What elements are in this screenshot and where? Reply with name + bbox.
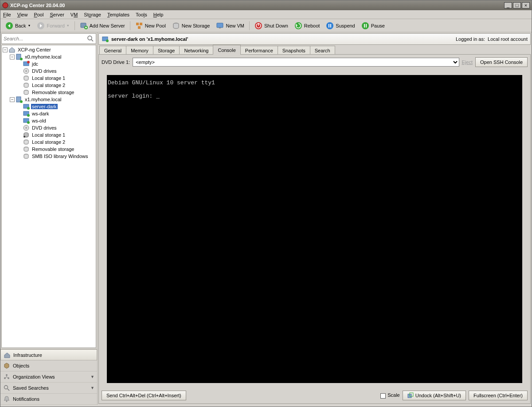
menu-templates[interactable]: Templates xyxy=(107,12,129,17)
chevron-down-icon: ▼ xyxy=(90,386,94,390)
new-pool-button[interactable]: New Pool xyxy=(132,20,169,31)
nav-label: Objects xyxy=(13,363,29,368)
nav-notifications[interactable]: Notifications xyxy=(0,394,97,405)
disk-default-icon xyxy=(23,131,30,138)
new-storage-button[interactable]: New Storage xyxy=(169,20,213,31)
svg-rect-13 xyxy=(258,23,259,26)
add-server-button[interactable]: Add New Server xyxy=(77,20,128,31)
separator xyxy=(249,21,250,30)
tab-search[interactable]: Search xyxy=(310,46,335,55)
new-pool-icon xyxy=(135,22,143,30)
tree-storage[interactable]: Local storage 2 xyxy=(2,82,96,89)
separator xyxy=(130,21,130,30)
tree-storage[interactable]: Local storage 1 xyxy=(2,131,96,138)
tab-snapshots[interactable]: Snapshots xyxy=(278,46,310,55)
tree-label: ws-old xyxy=(31,118,47,123)
expander-icon[interactable]: − xyxy=(10,97,15,102)
menu-server[interactable]: Server xyxy=(50,12,64,17)
search-icon[interactable] xyxy=(87,35,94,42)
menu-file[interactable]: File xyxy=(3,12,11,17)
search-input[interactable] xyxy=(4,36,87,41)
scale-checkbox[interactable]: Scale xyxy=(380,392,400,398)
menu-help[interactable]: Help xyxy=(153,12,164,17)
undock-button[interactable]: Undock (Alt+Shift+U) xyxy=(403,391,466,400)
vm-running-icon xyxy=(23,110,30,117)
tab-performance[interactable]: Performance xyxy=(240,46,278,55)
menu-pool[interactable]: Pool xyxy=(34,12,43,17)
menubar: File View Pool Server VM Storage Templat… xyxy=(0,10,532,19)
close-button[interactable]: × xyxy=(522,2,530,8)
search-bar[interactable] xyxy=(1,33,96,44)
tree-label: DVD drives xyxy=(31,125,58,130)
tree-storage[interactable]: Removable storage xyxy=(2,89,96,96)
vm-running-icon xyxy=(102,36,109,43)
nav-org-views[interactable]: Organization Views ▼ xyxy=(0,371,97,383)
new-vm-button[interactable]: New VM xyxy=(213,20,247,31)
server-icon xyxy=(16,53,23,60)
tree-vm[interactable]: ws-old xyxy=(2,117,96,124)
disk-icon xyxy=(23,75,30,82)
fullscreen-button[interactable]: Fullscreen (Ctrl+Enter) xyxy=(469,391,528,400)
menu-tools[interactable]: Tools xyxy=(136,12,147,17)
menu-view[interactable]: View xyxy=(17,12,28,17)
dvd-icon xyxy=(23,67,30,75)
tree-storage[interactable]: DVD drives xyxy=(2,67,96,75)
svg-rect-19 xyxy=(364,24,365,28)
shutdown-icon xyxy=(254,22,262,30)
tree-storage[interactable]: Removable storage xyxy=(2,146,96,153)
tree-root[interactable]: − XCP-ng Center xyxy=(2,46,96,53)
reboot-button[interactable]: Reboot xyxy=(291,20,323,31)
window-title: XCP-ng Center 20.04.00 xyxy=(10,3,503,8)
tree-host[interactable]: − x0.myhome.local xyxy=(2,53,96,60)
tab-storage[interactable]: Storage xyxy=(153,46,180,55)
dvd-select[interactable]: <empty> xyxy=(133,58,459,67)
back-button[interactable]: Back ▼ xyxy=(2,20,34,31)
nav-saved-searches[interactable]: Saved Searches ▼ xyxy=(0,383,97,394)
shutdown-button[interactable]: Shut Down xyxy=(251,20,291,31)
maximize-button[interactable]: □ xyxy=(513,2,521,8)
add-server-label: Add New Server xyxy=(90,23,125,28)
menu-storage[interactable]: Storage xyxy=(84,12,101,17)
nav-label: Organization Views xyxy=(13,374,55,379)
pause-button[interactable]: Pause xyxy=(358,20,388,31)
forward-button[interactable]: Forward ▼ xyxy=(34,20,72,31)
tree[interactable]: − XCP-ng Center − x0.myhome.local jdc DV… xyxy=(1,45,96,348)
left-pane: − XCP-ng Center − x0.myhome.local jdc DV… xyxy=(0,32,98,405)
tree-host[interactable]: − x1.myhome.local xyxy=(2,96,96,103)
tree-storage[interactable]: Local storage 2 xyxy=(2,138,96,146)
vm-running-icon xyxy=(23,117,30,124)
svg-point-47 xyxy=(6,374,8,376)
tree-storage[interactable]: DVD drives xyxy=(2,124,96,131)
svg-rect-16 xyxy=(329,24,329,28)
tree-label: Local storage 1 xyxy=(31,132,66,138)
tab-networking[interactable]: Networking xyxy=(179,46,213,55)
pause-label: Pause xyxy=(371,23,385,28)
nav-objects[interactable]: Objects xyxy=(0,360,97,371)
svg-point-50 xyxy=(4,386,8,389)
checkbox-icon[interactable] xyxy=(380,393,386,399)
svg-rect-17 xyxy=(330,24,331,28)
console-screen[interactable]: Debian GNU/Linux 10 server tty1 server l… xyxy=(107,75,522,383)
minimize-button[interactable]: _ xyxy=(504,2,512,8)
svg-rect-9 xyxy=(217,23,223,28)
tree-vm[interactable]: ws-dark xyxy=(2,110,96,117)
tab-memory[interactable]: Memory xyxy=(126,46,153,55)
nav-infrastructure[interactable]: Infrastructure xyxy=(0,349,97,360)
svg-rect-5 xyxy=(136,23,139,25)
tree-vm[interactable]: jdc xyxy=(2,60,96,67)
suspend-button[interactable]: Suspend xyxy=(323,20,358,31)
disk-icon xyxy=(23,146,30,153)
suspend-icon xyxy=(326,22,334,30)
login-user: Local root account xyxy=(488,36,528,42)
tree-storage[interactable]: SMB ISO library Windows xyxy=(2,153,96,160)
tab-console[interactable]: Console xyxy=(213,45,240,55)
send-cad-button[interactable]: Send Ctrl+Alt+Del (Ctrl+Alt+Insert) xyxy=(102,391,186,400)
expander-icon[interactable]: − xyxy=(3,47,8,52)
tree-storage[interactable]: Local storage 1 xyxy=(2,75,96,82)
expander-icon[interactable]: − xyxy=(10,55,15,59)
tree-vm-selected[interactable]: server-dark xyxy=(2,103,96,110)
tab-general[interactable]: General xyxy=(99,46,126,55)
menu-vm[interactable]: VM xyxy=(70,12,78,17)
open-ssh-button[interactable]: Open SSH Console xyxy=(475,57,528,67)
svg-rect-7 xyxy=(138,26,141,29)
